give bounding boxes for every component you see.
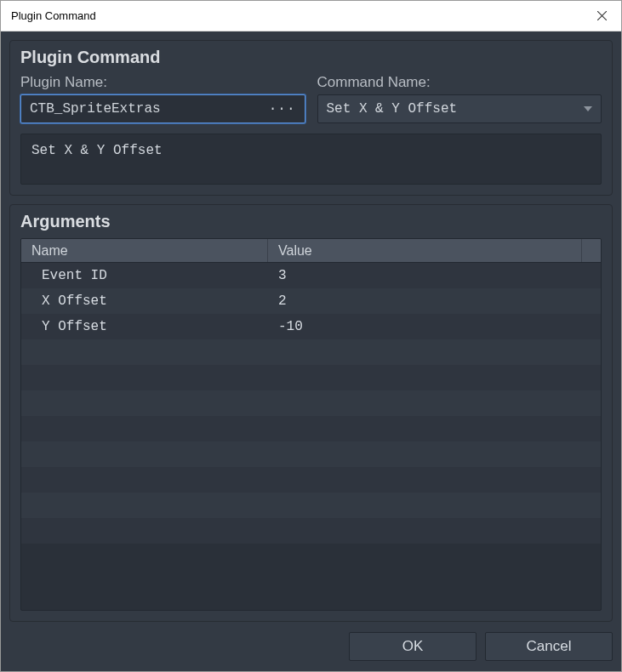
arg-value: 2 xyxy=(268,293,601,309)
column-header-spacer xyxy=(582,239,601,262)
command-name-label: Command Name: xyxy=(317,74,602,91)
command-description: Set X & Y Offset xyxy=(20,134,602,185)
plugin-name-value: CTB_SpriteExtras xyxy=(30,101,161,117)
chevron-down-icon xyxy=(584,106,592,111)
ok-button[interactable]: OK xyxy=(349,632,476,661)
command-name-value: Set X & Y Offset xyxy=(327,101,458,117)
table-row[interactable] xyxy=(21,441,601,467)
plugin-command-dialog: Plugin Command Plugin Command Plugin Nam… xyxy=(0,0,622,672)
client-area: Plugin Command Plugin Name: CTB_SpriteEx… xyxy=(1,31,621,671)
close-button[interactable] xyxy=(582,1,621,31)
table-row[interactable]: Y Offset -10 xyxy=(21,314,601,339)
titlebar: Plugin Command xyxy=(1,1,621,31)
column-header-value[interactable]: Value xyxy=(268,239,582,262)
command-name-field: Command Name: Set X & Y Offset xyxy=(317,74,602,123)
arguments-group-title: Arguments xyxy=(20,212,602,231)
table-row[interactable]: Event ID 3 xyxy=(21,263,601,288)
arg-value: -10 xyxy=(268,319,601,334)
arguments-table-body: Event ID 3 X Offset 2 Y Offset -10 xyxy=(21,263,601,610)
table-row[interactable] xyxy=(21,416,601,441)
table-row[interactable] xyxy=(21,467,601,493)
ellipsis-icon[interactable]: ··· xyxy=(269,101,296,117)
table-row[interactable] xyxy=(21,518,601,544)
plugin-name-input[interactable]: CTB_SpriteExtras ··· xyxy=(20,94,305,123)
table-row[interactable] xyxy=(21,339,601,365)
column-header-name[interactable]: Name xyxy=(21,239,268,262)
dialog-button-row: OK Cancel xyxy=(9,630,613,663)
plugin-name-field: Plugin Name: CTB_SpriteExtras ··· xyxy=(20,74,305,123)
command-name-select[interactable]: Set X & Y Offset xyxy=(317,94,602,123)
plugin-command-group: Plugin Command Plugin Name: CTB_SpriteEx… xyxy=(9,40,613,196)
table-row[interactable] xyxy=(21,390,601,416)
arg-value: 3 xyxy=(268,268,601,283)
arguments-group: Arguments Name Value Event ID 3 X Offset… xyxy=(9,204,613,622)
plugin-command-fields-row: Plugin Name: CTB_SpriteExtras ··· Comman… xyxy=(20,74,602,123)
close-icon xyxy=(597,11,607,20)
arg-name: Event ID xyxy=(21,268,268,283)
arguments-table: Name Value Event ID 3 X Offset 2 Y Offse… xyxy=(20,238,602,611)
plugin-command-group-title: Plugin Command xyxy=(20,48,602,67)
arg-name: Y Offset xyxy=(21,319,268,334)
arguments-table-header: Name Value xyxy=(21,239,601,263)
table-row[interactable] xyxy=(21,365,601,390)
table-row[interactable]: X Offset 2 xyxy=(21,288,601,314)
plugin-name-label: Plugin Name: xyxy=(20,74,305,91)
window-title: Plugin Command xyxy=(11,9,96,22)
arg-name: X Offset xyxy=(21,293,268,309)
command-description-text: Set X & Y Offset xyxy=(31,143,163,158)
table-row[interactable] xyxy=(21,493,601,518)
cancel-button[interactable]: Cancel xyxy=(485,632,613,661)
